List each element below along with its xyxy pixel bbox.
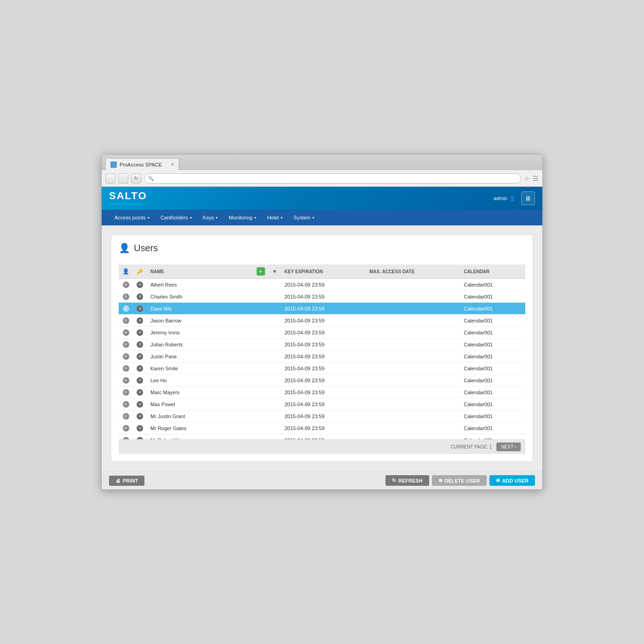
td-add: [253, 291, 269, 303]
td-max-access: [366, 398, 460, 410]
header-monitor-btn[interactable]: 🖥: [521, 191, 535, 205]
th-filter-btn[interactable]: ▼: [269, 264, 281, 279]
td-user-icon: ⊘: [119, 386, 133, 398]
header-user: admin 👤: [494, 196, 516, 201]
logo-text: SALTO: [109, 191, 147, 201]
table-footer: CURRENT PAGE: 1 NEXT ›: [119, 439, 525, 454]
row-status-icon: ⊘: [137, 389, 143, 396]
td-calendar: Calendar001: [460, 327, 525, 339]
td-key-expiration: 2015-04-09 23:59: [281, 291, 366, 303]
th-name[interactable]: NAME: [147, 264, 253, 279]
th-add-btn[interactable]: +: [253, 264, 269, 279]
add-user-btn[interactable]: ⊕ ADD USER: [489, 475, 535, 486]
nav-item-monitoring[interactable]: Monitoring ▾: [223, 210, 261, 225]
table-row[interactable]: ⊘ ⊘ Karen Smile 2015-04-09 23:59 Calenda…: [119, 362, 525, 374]
print-btn[interactable]: 🖨 PRINT: [109, 476, 144, 486]
tab-close-btn[interactable]: ×: [171, 162, 174, 167]
row-user-icon: ⊘: [123, 377, 129, 384]
monitor-icon: 🖥: [525, 195, 531, 202]
main-content: 👤 Users 👤 🔑: [102, 225, 542, 471]
td-add: [253, 398, 269, 410]
nav-bar: Access points ▾ Cardholders ▾ Keys ▾ Mon…: [102, 210, 542, 225]
td-calendar: Calendar001: [460, 374, 525, 386]
td-calendar: Calendar001: [460, 279, 525, 291]
table-scroll-wrapper[interactable]: 👤 🔑 NAME +: [119, 264, 525, 439]
table-row[interactable]: ⊘ ⊘ Jeremy Irons 2015-04-09 23:59 Calend…: [119, 327, 525, 339]
td-filter: [269, 303, 281, 315]
th-calendar: CALENDAR: [460, 264, 525, 279]
nav-item-hotel[interactable]: Hotel ▾: [262, 210, 288, 225]
table-body: ⊘ ⊘ Albert Rees 2015-04-09 23:59 Calenda…: [119, 279, 525, 440]
table-row[interactable]: ⊘ ⊘ Lee Ho 2015-04-09 23:59 Calendar001: [119, 374, 525, 386]
row-status-icon: ⊘: [137, 293, 143, 300]
table-row[interactable]: ⊘ ⊘ Dave Nils 2015-04-09 23:59 Calendar0…: [119, 303, 525, 315]
td-key-icon: ⊘: [133, 279, 147, 291]
td-name: Jason Barrow: [147, 315, 253, 327]
td-add: [253, 410, 269, 422]
add-icon: ⊕: [496, 477, 500, 483]
table-row[interactable]: ⊘ ⊘ Justin Pane 2015-04-09 23:59 Calenda…: [119, 351, 525, 362]
td-max-access: [366, 315, 460, 327]
td-key-icon: ⊘: [133, 386, 147, 398]
table-row[interactable]: ⊘ ⊘ Mr Roland King 2015-04-09 23:59 Cale…: [119, 434, 525, 440]
table-row[interactable]: ⊘ ⊘ Max Powel 2015-04-09 23:59 Calendar0…: [119, 398, 525, 410]
table-add-btn[interactable]: +: [257, 267, 265, 276]
td-user-icon: ⊘: [119, 327, 133, 339]
table-row[interactable]: ⊘ ⊘ Albert Rees 2015-04-09 23:59 Calenda…: [119, 279, 525, 291]
td-filter: [269, 422, 281, 434]
nav-item-keys[interactable]: Keys ▾: [197, 210, 223, 225]
next-page-btn[interactable]: NEXT ›: [496, 443, 521, 451]
browser-tab-active[interactable]: ProAccess SPACE ×: [105, 158, 179, 170]
nav-arrow-cardholders: ▾: [190, 216, 192, 220]
td-add: [253, 362, 269, 374]
table-row[interactable]: ⊘ ⊘ Mr Justin Grant 2015-04-09 23:59 Cal…: [119, 410, 525, 422]
app-header: SALTO inspiredaccess admin 👤 🖥: [102, 187, 542, 210]
refresh-btn[interactable]: ↻ REFRESH: [385, 475, 429, 486]
nav-reload-icon: ↻: [134, 176, 138, 181]
row-user-icon: ⊘: [123, 341, 129, 348]
delete-icon: ⊗: [438, 477, 443, 483]
nav-forward-btn[interactable]: ›: [118, 173, 128, 184]
browser-titlebar: ProAccess SPACE × ‹ › ↻ 🔍 ☆ ☰: [102, 155, 542, 187]
td-max-access: [366, 327, 460, 339]
nav-back-btn[interactable]: ‹: [105, 173, 115, 184]
td-max-access: [366, 434, 460, 440]
row-user-icon: ⊘: [123, 437, 129, 439]
menu-icon[interactable]: ☰: [533, 175, 539, 182]
nav-item-access-points[interactable]: Access points ▾: [109, 210, 155, 225]
td-add: [253, 422, 269, 434]
nav-item-cardholders[interactable]: Cardholders ▾: [155, 210, 197, 225]
table-row[interactable]: ⊘ ⊘ Jason Barrow 2015-04-09 23:59 Calend…: [119, 315, 525, 327]
table-row[interactable]: ⊘ ⊘ Marc Mayers 2015-04-09 23:59 Calenda…: [119, 386, 525, 398]
td-key-expiration: 2015-04-09 23:59: [281, 315, 366, 327]
td-key-expiration: 2015-04-09 23:59: [281, 279, 366, 291]
td-calendar: Calendar001: [460, 339, 525, 351]
td-name: Mr Roger Gates: [147, 422, 253, 434]
td-calendar: Calendar001: [460, 434, 525, 440]
nav-reload-btn[interactable]: ↻: [131, 173, 141, 184]
row-user-icon: ⊘: [123, 317, 129, 324]
td-max-access: [366, 374, 460, 386]
nav-label-monitoring: Monitoring: [229, 215, 252, 220]
delete-user-btn[interactable]: ⊗ DELETE USER: [432, 475, 487, 486]
td-name: Albert Rees: [147, 279, 253, 291]
table-row[interactable]: ⊘ ⊘ Julian Roberts 2015-04-09 23:59 Cale…: [119, 339, 525, 351]
td-add: [253, 303, 269, 315]
td-calendar: Calendar001: [460, 291, 525, 303]
nav-label-hotel: Hotel: [267, 215, 279, 220]
table-row[interactable]: ⊘ ⊘ Charles Smith 2015-04-09 23:59 Calen…: [119, 291, 525, 303]
td-add: [253, 434, 269, 440]
td-user-icon: ⊘: [119, 339, 133, 351]
nav-arrow-system: ▾: [312, 216, 314, 220]
th-key-icon: 🔑: [133, 264, 147, 279]
row-status-icon: ⊘: [137, 365, 143, 372]
header-user-icon: 👤: [509, 196, 516, 201]
table-row[interactable]: ⊘ ⊘ Mr Roger Gates 2015-04-09 23:59 Cale…: [119, 422, 525, 434]
table-area: 👤 🔑 NAME +: [119, 264, 525, 454]
td-key-icon: ⊘: [133, 351, 147, 362]
bookmark-icon[interactable]: ☆: [524, 175, 530, 182]
nav-item-system[interactable]: System ▾: [288, 210, 320, 225]
filter-icon[interactable]: ▼: [272, 269, 277, 274]
address-bar[interactable]: 🔍: [144, 173, 521, 184]
td-user-icon: ⊘: [119, 398, 133, 410]
